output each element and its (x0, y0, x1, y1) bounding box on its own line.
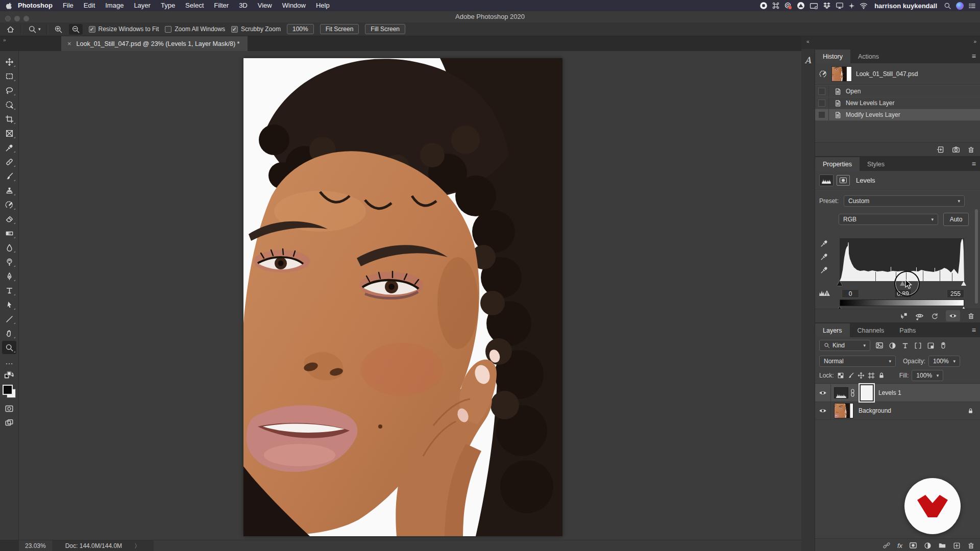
history-source-checkbox[interactable] (815, 97, 829, 109)
menu-help[interactable]: Help (311, 0, 335, 11)
background-layer-thumbnail[interactable] (834, 403, 853, 418)
layer-row-levels-1[interactable]: Levels 1 (815, 384, 980, 402)
reset-adjustment-icon[interactable] (931, 312, 939, 320)
tool-hand[interactable] (2, 327, 16, 340)
fit-screen-button[interactable]: Fit Screen (320, 24, 359, 34)
layer-name[interactable]: Levels 1 (878, 389, 901, 396)
tool-pen[interactable] (2, 269, 16, 283)
layer-style-fx-icon[interactable]: fx (897, 542, 902, 549)
tool-eraser[interactable] (2, 212, 16, 226)
filter-shape-layers-icon[interactable] (914, 342, 922, 349)
new-document-from-state-icon[interactable] (937, 145, 945, 154)
apple-icon[interactable] (5, 2, 13, 10)
zoom-tool-preset[interactable]: ▾ (28, 25, 41, 34)
toolbar-collapse-icon[interactable]: » (3, 37, 7, 43)
tool-type[interactable] (2, 284, 16, 297)
menu-type[interactable]: Type (156, 0, 180, 11)
delete-state-trash-icon[interactable] (967, 146, 975, 154)
input-black-value[interactable]: 0 (842, 289, 859, 298)
histogram-warning-icon[interactable] (819, 288, 830, 296)
black-point-eyedropper-icon[interactable] (820, 239, 828, 247)
tab-history[interactable]: History (815, 49, 850, 63)
app-badge-icon[interactable] (784, 2, 792, 10)
panel-menu-icon[interactable]: ≡ (972, 52, 976, 60)
zoom-out-button[interactable] (69, 24, 83, 35)
panel-menu-icon[interactable]: ≡ (972, 326, 976, 334)
lock-all-icon[interactable] (878, 372, 885, 379)
tool-frame[interactable] (2, 127, 16, 140)
tool-crop[interactable] (2, 112, 16, 126)
tab-styles[interactable]: Styles (860, 157, 892, 171)
history-state-open[interactable]: Open (815, 86, 980, 97)
airplay-icon[interactable] (836, 2, 844, 10)
tool-zoom[interactable] (2, 341, 16, 354)
status-options-arrow-icon[interactable]: 〉 (134, 542, 140, 550)
filter-toggle-switch[interactable] (940, 342, 947, 349)
close-tab-icon[interactable]: × (67, 40, 71, 47)
tool-shape[interactable] (2, 312, 16, 325)
tool-spot-healing-brush[interactable] (2, 155, 16, 168)
clip-to-layer-icon[interactable] (900, 312, 908, 320)
lock-position-icon[interactable] (857, 372, 865, 379)
fill-dropdown[interactable]: 100%▾ (912, 370, 943, 381)
lock-pixels-icon[interactable] (847, 372, 854, 379)
background-lock-icon[interactable] (967, 408, 974, 414)
gray-point-eyedropper-icon[interactable] (820, 253, 828, 261)
layer-visibility-cell[interactable] (815, 402, 831, 419)
opacity-dropdown[interactable]: 100%▾ (928, 356, 960, 367)
scrubby-zoom-checkbox[interactable]: ✓ Scrubby Zoom (231, 26, 281, 33)
tool-eyedropper[interactable] (2, 141, 16, 154)
tool-smudge[interactable] (2, 241, 16, 254)
fill-screen-button[interactable]: Fill Screen (365, 24, 405, 34)
tool-brush[interactable] (2, 169, 16, 183)
resize-windows-checkbox[interactable]: ✓ Resize Windows to Fit (89, 26, 159, 33)
layer-name[interactable]: Background (859, 407, 891, 414)
dropbox-icon[interactable] (823, 2, 831, 10)
zoom-in-button[interactable] (54, 25, 63, 34)
zoom-100-button[interactable]: 100% (287, 24, 314, 34)
tool-move[interactable] (2, 55, 16, 68)
character-panel-icon[interactable]: A (802, 54, 814, 66)
menu-select[interactable]: Select (180, 0, 209, 11)
spotlight-search-icon[interactable] (944, 2, 951, 10)
tool-dodge[interactable] (2, 255, 16, 268)
new-snapshot-camera-icon[interactable] (952, 145, 960, 154)
window-zoom-button[interactable] (23, 16, 29, 21)
tool-object-selection[interactable] (2, 98, 16, 111)
tool-gradient[interactable] (2, 227, 16, 240)
delete-adjustment-trash-icon[interactable] (967, 312, 975, 320)
notification-list-icon[interactable] (968, 2, 976, 10)
menu-filter[interactable]: Filter (209, 0, 234, 11)
zoom-level-field[interactable]: 23.03% (19, 542, 52, 549)
lock-artboard-icon[interactable] (868, 372, 875, 379)
tab-actions[interactable]: Actions (850, 49, 887, 63)
view-previous-state-icon[interactable] (915, 312, 924, 320)
mountain-app-icon[interactable] (797, 2, 805, 10)
preset-dropdown[interactable]: Custom▾ (844, 195, 965, 207)
edit-toolbar-ellipsis[interactable]: … (2, 357, 16, 366)
tool-path-selection[interactable] (2, 298, 16, 311)
recording-bubble[interactable] (904, 478, 961, 534)
menu-view[interactable]: View (253, 0, 277, 11)
add-layer-mask-icon[interactable] (909, 541, 917, 549)
collapse-dock-left-icon[interactable]: « (806, 39, 809, 44)
history-state-modify-levels-layer[interactable]: Modify Levels Layer (815, 109, 980, 121)
tool-lasso[interactable] (2, 84, 16, 97)
record-stop-icon[interactable] (760, 2, 768, 10)
menu-3d[interactable]: 3D (234, 0, 253, 11)
layer-visibility-cell[interactable] (815, 384, 831, 402)
history-source-checkbox[interactable] (815, 109, 829, 120)
input-white-value[interactable]: 255 (947, 289, 964, 298)
filter-type-layers-icon[interactable] (901, 342, 909, 349)
blend-mode-dropdown[interactable]: Normal▾ (819, 356, 896, 367)
canvas-pasteboard[interactable] (19, 51, 801, 540)
menu-image[interactable]: Image (100, 0, 129, 11)
zoom-all-windows-checkbox[interactable]: Zoom All Windows (165, 26, 225, 33)
lock-transparency-icon[interactable] (837, 372, 844, 379)
new-group-folder-icon[interactable] (938, 541, 946, 549)
menu-edit[interactable]: Edit (79, 0, 100, 11)
menu-photoshop[interactable]: Photoshop (13, 0, 58, 11)
tool-history-brush[interactable] (2, 198, 16, 211)
collapse-dock-right-icon[interactable]: » (973, 39, 976, 44)
tab-layers[interactable]: Layers (815, 323, 850, 337)
